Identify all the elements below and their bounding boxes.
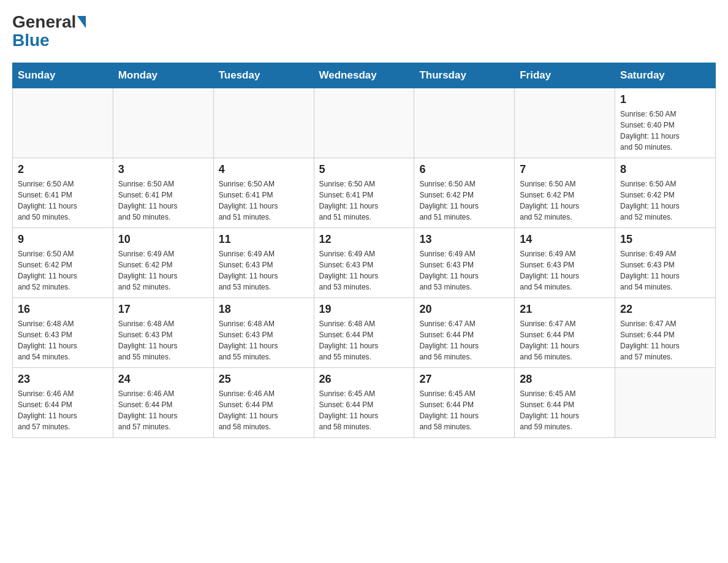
logo-blue-text: Blue — [12, 31, 50, 50]
day-info: Sunrise: 6:50 AM Sunset: 6:42 PM Dayligh… — [620, 178, 710, 223]
day-number: 27 — [419, 373, 509, 386]
calendar-cell: 18Sunrise: 6:48 AM Sunset: 6:43 PM Dayli… — [213, 298, 314, 368]
calendar-cell — [615, 368, 716, 438]
day-info: Sunrise: 6:49 AM Sunset: 6:43 PM Dayligh… — [319, 248, 409, 293]
calendar-cell: 1Sunrise: 6:50 AM Sunset: 6:40 PM Daylig… — [615, 88, 716, 158]
day-of-week-header: Monday — [113, 63, 213, 88]
day-number: 25 — [219, 373, 309, 386]
day-info: Sunrise: 6:46 AM Sunset: 6:44 PM Dayligh… — [219, 388, 309, 432]
calendar-cell: 26Sunrise: 6:45 AM Sunset: 6:44 PM Dayli… — [314, 368, 414, 438]
calendar-cell — [13, 88, 113, 158]
calendar-cell — [213, 88, 314, 158]
calendar-header-row: SundayMondayTuesdayWednesdayThursdayFrid… — [13, 63, 716, 88]
day-info: Sunrise: 6:50 AM Sunset: 6:41 PM Dayligh… — [118, 178, 208, 223]
logo-general-text: General — [12, 12, 76, 32]
day-number: 11 — [219, 233, 309, 246]
calendar-cell: 20Sunrise: 6:47 AM Sunset: 6:44 PM Dayli… — [414, 298, 515, 368]
day-info: Sunrise: 6:45 AM Sunset: 6:44 PM Dayligh… — [319, 388, 409, 432]
day-of-week-header: Thursday — [414, 63, 515, 88]
day-number: 4 — [219, 163, 309, 176]
day-number: 12 — [319, 233, 409, 246]
day-info: Sunrise: 6:46 AM Sunset: 6:44 PM Dayligh… — [118, 388, 208, 432]
logo-triangle-icon — [77, 16, 86, 28]
day-number: 10 — [118, 233, 208, 246]
day-info: Sunrise: 6:49 AM Sunset: 6:42 PM Dayligh… — [118, 248, 208, 293]
calendar-cell: 10Sunrise: 6:49 AM Sunset: 6:42 PM Dayli… — [113, 228, 213, 298]
day-number: 16 — [18, 303, 108, 316]
day-number: 13 — [419, 233, 509, 246]
day-number: 17 — [118, 303, 208, 316]
logo: General Blue — [12, 12, 87, 50]
day-number: 24 — [118, 373, 208, 386]
calendar-cell: 14Sunrise: 6:49 AM Sunset: 6:43 PM Dayli… — [515, 228, 615, 298]
day-number: 28 — [520, 373, 610, 386]
day-number: 15 — [620, 233, 710, 246]
calendar-cell — [113, 88, 213, 158]
calendar-cell: 28Sunrise: 6:45 AM Sunset: 6:44 PM Dayli… — [515, 368, 615, 438]
day-info: Sunrise: 6:48 AM Sunset: 6:44 PM Dayligh… — [319, 318, 409, 362]
day-info: Sunrise: 6:48 AM Sunset: 6:43 PM Dayligh… — [118, 318, 208, 362]
calendar-cell: 17Sunrise: 6:48 AM Sunset: 6:43 PM Dayli… — [113, 298, 213, 368]
day-info: Sunrise: 6:50 AM Sunset: 6:42 PM Dayligh… — [419, 178, 509, 223]
day-info: Sunrise: 6:50 AM Sunset: 6:42 PM Dayligh… — [18, 248, 108, 293]
day-of-week-header: Saturday — [615, 63, 716, 88]
day-info: Sunrise: 6:45 AM Sunset: 6:44 PM Dayligh… — [419, 388, 509, 432]
calendar-cell: 7Sunrise: 6:50 AM Sunset: 6:42 PM Daylig… — [515, 158, 615, 228]
day-of-week-header: Sunday — [13, 63, 113, 88]
day-number: 22 — [620, 303, 710, 316]
day-info: Sunrise: 6:50 AM Sunset: 6:41 PM Dayligh… — [219, 178, 309, 223]
calendar-cell: 27Sunrise: 6:45 AM Sunset: 6:44 PM Dayli… — [414, 368, 515, 438]
calendar-week-row: 2Sunrise: 6:50 AM Sunset: 6:41 PM Daylig… — [13, 158, 716, 228]
day-info: Sunrise: 6:49 AM Sunset: 6:43 PM Dayligh… — [419, 248, 509, 293]
day-info: Sunrise: 6:50 AM Sunset: 6:41 PM Dayligh… — [319, 178, 409, 223]
calendar-cell: 16Sunrise: 6:48 AM Sunset: 6:43 PM Dayli… — [13, 298, 113, 368]
day-number: 14 — [520, 233, 610, 246]
day-number: 8 — [620, 163, 710, 176]
day-number: 19 — [319, 303, 409, 316]
day-info: Sunrise: 6:45 AM Sunset: 6:44 PM Dayligh… — [520, 388, 610, 432]
calendar-cell: 25Sunrise: 6:46 AM Sunset: 6:44 PM Dayli… — [213, 368, 314, 438]
day-info: Sunrise: 6:50 AM Sunset: 6:40 PM Dayligh… — [620, 109, 710, 153]
calendar-cell: 12Sunrise: 6:49 AM Sunset: 6:43 PM Dayli… — [314, 228, 414, 298]
calendar-cell: 6Sunrise: 6:50 AM Sunset: 6:42 PM Daylig… — [414, 158, 515, 228]
calendar-cell: 4Sunrise: 6:50 AM Sunset: 6:41 PM Daylig… — [213, 158, 314, 228]
calendar-cell: 22Sunrise: 6:47 AM Sunset: 6:44 PM Dayli… — [615, 298, 716, 368]
day-number: 5 — [319, 163, 409, 176]
day-number: 1 — [620, 93, 710, 106]
day-info: Sunrise: 6:50 AM Sunset: 6:41 PM Dayligh… — [18, 178, 108, 223]
day-info: Sunrise: 6:48 AM Sunset: 6:43 PM Dayligh… — [18, 318, 108, 362]
day-number: 3 — [118, 163, 208, 176]
day-info: Sunrise: 6:48 AM Sunset: 6:43 PM Dayligh… — [219, 318, 309, 362]
day-info: Sunrise: 6:49 AM Sunset: 6:43 PM Dayligh… — [620, 248, 710, 293]
calendar-cell: 23Sunrise: 6:46 AM Sunset: 6:44 PM Dayli… — [13, 368, 113, 438]
day-info: Sunrise: 6:47 AM Sunset: 6:44 PM Dayligh… — [419, 318, 509, 362]
calendar-cell: 19Sunrise: 6:48 AM Sunset: 6:44 PM Dayli… — [314, 298, 414, 368]
day-number: 21 — [520, 303, 610, 316]
calendar-week-row: 23Sunrise: 6:46 AM Sunset: 6:44 PM Dayli… — [13, 368, 716, 438]
calendar-table: SundayMondayTuesdayWednesdayThursdayFrid… — [12, 63, 716, 438]
calendar-cell — [314, 88, 414, 158]
calendar-week-row: 16Sunrise: 6:48 AM Sunset: 6:43 PM Dayli… — [13, 298, 716, 368]
calendar-cell: 11Sunrise: 6:49 AM Sunset: 6:43 PM Dayli… — [213, 228, 314, 298]
day-info: Sunrise: 6:49 AM Sunset: 6:43 PM Dayligh… — [520, 248, 610, 293]
day-number: 20 — [419, 303, 509, 316]
calendar-cell: 5Sunrise: 6:50 AM Sunset: 6:41 PM Daylig… — [314, 158, 414, 228]
day-of-week-header: Tuesday — [213, 63, 314, 88]
calendar-cell: 3Sunrise: 6:50 AM Sunset: 6:41 PM Daylig… — [113, 158, 213, 228]
day-info: Sunrise: 6:47 AM Sunset: 6:44 PM Dayligh… — [620, 318, 710, 362]
calendar-cell — [515, 88, 615, 158]
calendar-week-row: 1Sunrise: 6:50 AM Sunset: 6:40 PM Daylig… — [13, 88, 716, 158]
day-info: Sunrise: 6:50 AM Sunset: 6:42 PM Dayligh… — [520, 178, 610, 223]
day-of-week-header: Wednesday — [314, 63, 414, 88]
day-info: Sunrise: 6:47 AM Sunset: 6:44 PM Dayligh… — [520, 318, 610, 362]
calendar-cell: 15Sunrise: 6:49 AM Sunset: 6:43 PM Dayli… — [615, 228, 716, 298]
day-number: 6 — [419, 163, 509, 176]
day-info: Sunrise: 6:49 AM Sunset: 6:43 PM Dayligh… — [219, 248, 309, 293]
day-number: 9 — [18, 233, 108, 246]
day-number: 26 — [319, 373, 409, 386]
calendar-cell: 13Sunrise: 6:49 AM Sunset: 6:43 PM Dayli… — [414, 228, 515, 298]
page-header: General Blue — [12, 12, 716, 50]
calendar-cell: 8Sunrise: 6:50 AM Sunset: 6:42 PM Daylig… — [615, 158, 716, 228]
day-number: 2 — [18, 163, 108, 176]
day-of-week-header: Friday — [515, 63, 615, 88]
